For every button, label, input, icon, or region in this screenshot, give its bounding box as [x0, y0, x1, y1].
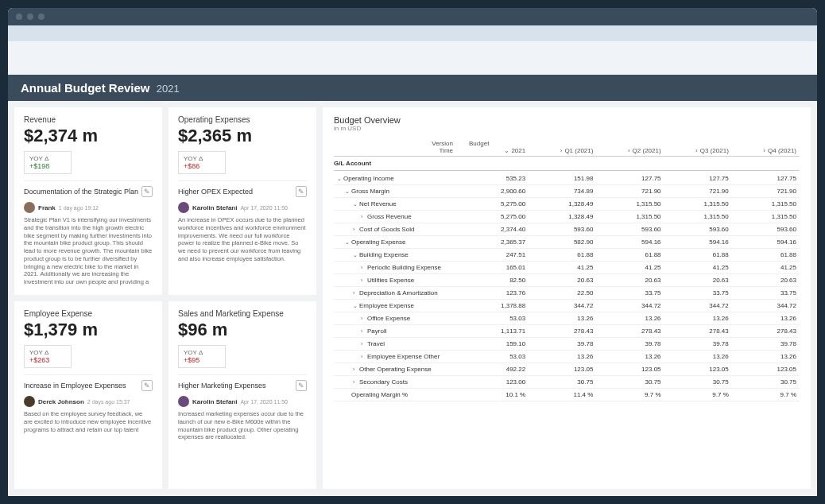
yoy-box[interactable]: YOY Δ +$95: [178, 345, 226, 368]
table-row[interactable]: ›Cost of Goods Sold2,374.40593.60593.605…: [334, 223, 800, 236]
yoy-box[interactable]: YOY Δ +$263: [24, 345, 72, 368]
yoy-label: YOY Δ: [184, 349, 220, 356]
cell-value: 1,315.50: [732, 198, 800, 211]
table-row[interactable]: ›Secondary Costs123.0030.7530.7530.7530.…: [334, 376, 800, 389]
table-row[interactable]: ›Employee Expense Other53.0313.2613.2613…: [334, 351, 800, 363]
yoy-box[interactable]: YOY Δ +$198: [24, 151, 72, 174]
cell-value: 2,374.40: [461, 223, 529, 236]
col-q3[interactable]: Q3 (2021): [664, 147, 732, 157]
cell-value: 61.88: [664, 249, 732, 262]
col-q4[interactable]: Q4 (2021): [732, 147, 800, 157]
table-row[interactable]: Operating Margin %10.1 %11.4 %9.7 %9.7 %…: [334, 389, 800, 401]
table-row[interactable]: ›Travel159.1039.7839.7839.7839.78: [334, 338, 800, 351]
cell-value: 10.1 %: [461, 389, 529, 401]
cell-value: 13.26: [664, 312, 732, 325]
table-row[interactable]: ⌄Employee Expense1,378.88344.72344.72344…: [334, 300, 800, 312]
cell-value: 41.25: [596, 262, 664, 274]
cell-value: 159.10: [461, 338, 529, 351]
browser-window: Annual Budget Review 2021 Revenue $2,374…: [8, 8, 817, 496]
cell-value: 344.72: [664, 300, 732, 312]
table-row[interactable]: ⌄Gross Margin2,900.60734.89721.90721.907…: [334, 185, 800, 198]
kpi-value: $2,365 m: [178, 126, 307, 146]
cell-value: 13.26: [664, 351, 732, 363]
cell-value: 721.90: [732, 185, 800, 198]
yoy-delta: +$198: [29, 162, 66, 170]
col-q1[interactable]: Q1 (2021): [529, 147, 596, 157]
table-row[interactable]: ›Payroll1,113.71278.43278.43278.43278.43: [334, 325, 800, 338]
comment-icon[interactable]: ✎: [141, 186, 153, 197]
table-row[interactable]: ›Gross Revenue5,275.001,328.491,315.501,…: [334, 211, 800, 223]
cell-value: 30.75: [529, 376, 596, 389]
table-row[interactable]: ⌄Net Revenue5,275.001,328.491,315.501,31…: [334, 198, 800, 211]
page-title-year: 2021: [157, 83, 180, 95]
cell-value: 39.78: [664, 338, 732, 351]
table-row[interactable]: ›Depreciation & Amortization123.7622.503…: [334, 287, 800, 300]
app-header-light: [8, 25, 817, 41]
cell-value: 9.7 %: [596, 389, 664, 401]
author-name: Frank: [38, 204, 56, 211]
cell-value: 5,275.00: [461, 198, 529, 211]
budget-overview-panel: Budget Overview in m USD Version Budget …: [323, 107, 811, 489]
cell-value: 278.43: [732, 325, 800, 338]
row-name: ⌄Employee Expense: [334, 300, 461, 312]
cell-value: 53.03: [461, 312, 529, 325]
cell-value: 20.63: [529, 274, 596, 287]
author-time: 1 day ago 19:12: [59, 205, 99, 211]
cell-value: 492.22: [461, 363, 529, 376]
window-dot[interactable]: [38, 14, 45, 20]
cell-value: 1,315.50: [664, 211, 732, 223]
yoy-box[interactable]: YOY Δ +$86: [178, 151, 226, 174]
cell-value: 41.25: [664, 262, 732, 274]
cell-value: 33.75: [732, 287, 800, 300]
cell-value: 1,315.50: [732, 211, 800, 223]
row-name: ⌄Operating Income: [334, 173, 461, 185]
app-header-white: [8, 41, 817, 75]
kpi-label: Revenue: [24, 115, 153, 124]
table-row[interactable]: ›Periodic Building Expense165.0141.2541.…: [334, 262, 800, 274]
window-dot[interactable]: [16, 14, 22, 20]
table-row[interactable]: ›Other Operating Expense492.22123.05123.…: [334, 363, 800, 376]
note-title: Increase in Employee Expenses: [24, 382, 126, 390]
comment-icon[interactable]: ✎: [141, 380, 153, 391]
cell-value: 1,328.49: [529, 198, 596, 211]
table-row[interactable]: ⌄Building Expense247.5161.8861.8861.8861…: [334, 249, 800, 262]
kpi-card: Operating Expenses $2,365 m YOY Δ +$86 H…: [168, 107, 316, 295]
table-row[interactable]: ⌄Operating Income535.23151.98127.75127.7…: [334, 173, 800, 185]
cell-value: 13.26: [596, 351, 664, 363]
cell-value: 20.63: [596, 274, 664, 287]
row-name: ›Utilities Expense: [334, 274, 461, 287]
note-title: Higher Marketing Expenses: [178, 382, 266, 390]
cell-value: 61.88: [529, 249, 596, 262]
cell-value: 278.43: [529, 325, 596, 338]
cell-value: 127.75: [664, 173, 732, 185]
comment-icon[interactable]: ✎: [296, 186, 307, 197]
cell-value: 22.50: [529, 287, 596, 300]
table-row[interactable]: ›Office Expense53.0313.2613.2613.2613.26: [334, 312, 800, 325]
cell-value: 11.4 %: [529, 389, 596, 401]
author-name: Derek Johnson: [38, 398, 84, 405]
cell-value: 123.05: [529, 363, 596, 376]
cell-value: 1,378.88: [461, 300, 529, 312]
pivot-header-version: Version Budget: [334, 140, 800, 147]
cell-value: 247.51: [461, 249, 529, 262]
comment-icon[interactable]: ✎: [296, 380, 307, 391]
window-dot[interactable]: [27, 14, 33, 20]
yoy-delta: +$95: [184, 356, 220, 364]
cell-value: 13.26: [732, 351, 800, 363]
cell-value: 13.26: [529, 351, 596, 363]
cell-value: 1,315.50: [596, 211, 664, 223]
col-year[interactable]: 2021: [461, 147, 529, 157]
row-name: ›Other Operating Expense: [334, 363, 461, 376]
time-label: Time: [334, 147, 461, 157]
avatar: [24, 202, 35, 213]
row-name: ›Payroll: [334, 325, 461, 338]
table-row[interactable]: ⌄Operating Expense2,365.37582.90594.1659…: [334, 236, 800, 249]
table-row[interactable]: ›Utilities Expense82.5020.6320.6320.6320…: [334, 274, 800, 287]
cell-value: 593.60: [664, 223, 732, 236]
cell-value: 30.75: [732, 376, 800, 389]
col-q2[interactable]: Q2 (2021): [596, 147, 664, 157]
kpi-cards: Revenue $2,374 m YOY Δ +$198 Documentati…: [14, 107, 316, 489]
version-label: Version: [334, 140, 461, 147]
cell-value: 33.75: [664, 287, 732, 300]
row-name: ›Gross Revenue: [334, 211, 461, 223]
